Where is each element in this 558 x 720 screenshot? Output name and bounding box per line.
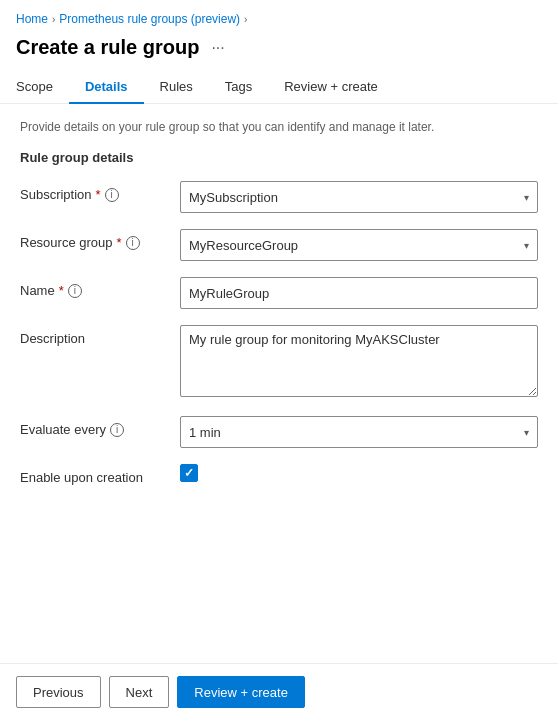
breadcrumb-sep1: › (52, 14, 55, 25)
resource-group-info-icon[interactable]: i (126, 236, 140, 250)
resource-group-control: MyResourceGroup ▾ (180, 229, 538, 261)
resource-group-dropdown[interactable]: MyResourceGroup ▾ (180, 229, 538, 261)
evaluate-every-control: 1 min ▾ (180, 416, 538, 448)
breadcrumb-home[interactable]: Home (16, 12, 48, 26)
more-options-button[interactable]: ··· (207, 37, 228, 59)
breadcrumb: Home › Prometheus rule groups (preview) … (0, 0, 558, 32)
subscription-dropdown[interactable]: MySubscription ▾ (180, 181, 538, 213)
breadcrumb-parent[interactable]: Prometheus rule groups (preview) (59, 12, 240, 26)
enable-creation-row: Enable upon creation (20, 464, 538, 485)
evaluate-every-dropdown[interactable]: 1 min ▾ (180, 416, 538, 448)
enable-creation-checkbox[interactable] (180, 464, 198, 482)
name-required: * (59, 283, 64, 298)
subscription-value: MySubscription (189, 190, 278, 205)
tab-details[interactable]: Details (69, 71, 144, 104)
content-area: Provide details on your rule group so th… (0, 104, 558, 517)
evaluate-every-info-icon[interactable]: i (110, 423, 124, 437)
footer: Previous Next Review + create (0, 663, 558, 720)
subscription-label: Subscription * i (20, 181, 180, 202)
evaluate-every-value: 1 min (189, 425, 221, 440)
section-title: Rule group details (20, 150, 538, 165)
resource-group-chevron: ▾ (524, 240, 529, 251)
review-create-button[interactable]: Review + create (177, 676, 305, 708)
evaluate-every-chevron: ▾ (524, 427, 529, 438)
description-row: Description (20, 325, 538, 400)
resource-group-row: Resource group * i MyResourceGroup ▾ (20, 229, 538, 261)
description-control (180, 325, 538, 400)
description-label: Description (20, 325, 180, 346)
page-header: Create a rule group ··· (0, 32, 558, 71)
next-button[interactable]: Next (109, 676, 170, 708)
name-row: Name * i (20, 277, 538, 309)
evaluate-every-label: Evaluate every i (20, 416, 180, 437)
name-label: Name * i (20, 277, 180, 298)
enable-creation-control (180, 464, 538, 482)
resource-group-label: Resource group * i (20, 229, 180, 250)
subscription-control: MySubscription ▾ (180, 181, 538, 213)
enable-creation-checkbox-wrapper (180, 464, 538, 482)
subscription-chevron: ▾ (524, 192, 529, 203)
breadcrumb-sep2: › (244, 14, 247, 25)
name-info-icon[interactable]: i (68, 284, 82, 298)
subscription-info-icon[interactable]: i (105, 188, 119, 202)
name-control (180, 277, 538, 309)
info-text: Provide details on your rule group so th… (20, 120, 538, 134)
evaluate-every-row: Evaluate every i 1 min ▾ (20, 416, 538, 448)
name-input[interactable] (180, 277, 538, 309)
tab-review[interactable]: Review + create (268, 71, 394, 104)
tabs-nav: Scope Details Rules Tags Review + create (0, 71, 558, 104)
tab-tags[interactable]: Tags (209, 71, 268, 104)
subscription-row: Subscription * i MySubscription ▾ (20, 181, 538, 213)
previous-button[interactable]: Previous (16, 676, 101, 708)
description-input[interactable] (180, 325, 538, 397)
resource-group-value: MyResourceGroup (189, 238, 298, 253)
tab-rules[interactable]: Rules (144, 71, 209, 104)
subscription-required: * (96, 187, 101, 202)
enable-creation-label: Enable upon creation (20, 464, 180, 485)
page-title: Create a rule group (16, 36, 199, 59)
resource-group-required: * (117, 235, 122, 250)
tab-scope[interactable]: Scope (16, 71, 69, 104)
